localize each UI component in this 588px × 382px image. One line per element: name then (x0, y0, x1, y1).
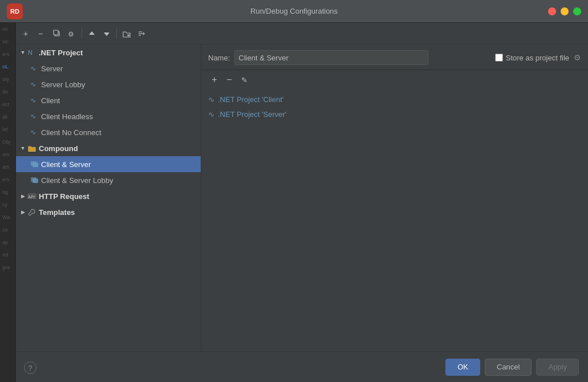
net-project-label: .NET Project (39, 48, 83, 57)
svg-text:API: API (28, 195, 35, 199)
sort-button[interactable] (135, 27, 148, 40)
net-small-icon: ∿ (208, 95, 214, 104)
cancel-button[interactable]: Cancel (485, 359, 532, 376)
client-headless-label: Client Headless (41, 112, 93, 121)
dialog-title: Run/Debug Configurations (250, 7, 338, 15)
tree-item-server[interactable]: ∿ Server (16, 60, 201, 76)
remove-config-button[interactable]: − (35, 27, 49, 40)
dialog-content: + − ⚙ (16, 23, 588, 382)
client-label: Client (41, 96, 60, 105)
svg-text:+: + (23, 30, 28, 38)
apply-button[interactable]: Apply (536, 359, 579, 376)
config-item-label: .NET Project 'Server' (218, 110, 286, 119)
sidebar-strip-item: sic (0, 35, 15, 48)
tree-item-client-server[interactable]: Client & Server (16, 156, 201, 172)
maximize-button[interactable] (573, 7, 581, 15)
window-controls (548, 7, 581, 15)
add-item-button[interactable]: + (208, 74, 221, 86)
client-no-connect-label: Client No Connect (41, 128, 102, 137)
svg-text:N: N (28, 49, 33, 56)
net-small-icon: ∿ (208, 110, 214, 119)
sidebar-strip-item: ap (0, 236, 15, 249)
net-icon: ∿ (30, 96, 39, 105)
svg-text:∿: ∿ (30, 112, 36, 120)
tree-item-client-server-lobby[interactable]: Client & Server Lobby (16, 172, 201, 188)
net-icon: ∿ (30, 112, 39, 121)
config-toolbar: + − ✎ (201, 70, 588, 90)
store-checkbox[interactable] (495, 54, 503, 62)
server-label: Server (41, 64, 63, 73)
sidebar-strip-item: am (0, 161, 15, 173)
toolbar-separator-2 (116, 29, 117, 39)
minimize-button[interactable] (561, 7, 569, 15)
sidebar-strip-item: am (0, 148, 15, 161)
settings-config-button[interactable]: ⚙ (65, 27, 79, 40)
svg-text:∿: ∿ (30, 128, 36, 136)
tree-item-http-request[interactable]: ▶ API HTTP Request (16, 188, 201, 204)
svg-rect-3 (54, 30, 58, 35)
sidebar-strip-item: oty (0, 73, 15, 86)
sidebar-strip-item: do (0, 86, 15, 98)
sidebar-strip-item: rM (0, 249, 15, 261)
sidebar-strip-item: ng (0, 186, 15, 198)
config-list-item[interactable]: ∿ .NET Project 'Server' (201, 107, 588, 121)
chevron-down-icon: ▼ (18, 48, 27, 57)
net-project-icon: N (27, 48, 37, 57)
sidebar-strip-item: ers (0, 48, 15, 60)
tree-item-templates[interactable]: ▶ Templates (16, 204, 201, 220)
copy-config-button[interactable] (50, 27, 64, 40)
svg-text:⚙: ⚙ (68, 30, 74, 38)
compound-item-icon (30, 160, 39, 169)
sidebar-strip-item: vo (0, 23, 15, 35)
server-lobby-label: Server Lobby (41, 80, 85, 89)
tree-item-client-no-connect[interactable]: ∿ Client No Connect (16, 124, 201, 140)
ok-button[interactable]: OK (445, 359, 480, 376)
svg-rect-19 (33, 162, 38, 167)
svg-text:∿: ∿ (30, 80, 36, 88)
add-config-button[interactable]: + (21, 27, 34, 40)
toolbar-separator (82, 29, 82, 39)
name-input[interactable] (234, 50, 428, 65)
chevron-down-icon: ▼ (18, 144, 27, 153)
svg-text:∿: ∿ (30, 64, 36, 72)
remove-item-button[interactable]: − (223, 74, 236, 86)
tree-item-server-lobby[interactable]: ∿ Server Lobby (16, 76, 201, 92)
sidebar-strip-item: ali (0, 111, 15, 123)
store-label: Store as project file (495, 54, 569, 62)
app-icon: RD (7, 3, 23, 19)
help-button[interactable]: ? (24, 361, 37, 374)
chevron-right-icon: ▶ (18, 192, 27, 201)
settings-gear-icon[interactable]: ⚙ (574, 53, 581, 62)
net-icon: ∿ (30, 64, 39, 73)
footer: OK Cancel Apply (16, 351, 588, 382)
move-up-button[interactable] (85, 27, 99, 40)
sidebar-strip-item: let (0, 123, 15, 136)
sidebar-strip-item: gra (0, 261, 15, 274)
folder-icon (27, 144, 37, 153)
chevron-right-icon: ▶ (18, 208, 27, 217)
net-icon: ∿ (30, 80, 39, 89)
tree-item-compound[interactable]: ▼ Compound (16, 140, 201, 156)
sidebar-strip-item: ers (0, 173, 15, 186)
tree-item-net-project[interactable]: ▼ N .NET Project (16, 44, 201, 60)
title-bar: RD Run/Debug Configurations (0, 0, 588, 23)
toolbar: + − ⚙ (16, 23, 588, 44)
tree-item-client[interactable]: ∿ Client (16, 92, 201, 108)
svg-marker-6 (104, 32, 110, 36)
svg-rect-21 (33, 178, 38, 183)
compound-item-icon (30, 176, 39, 185)
main-layout: vo sic ers oL oty do ect ali let Obj am … (0, 23, 588, 382)
config-list-item[interactable]: ∿ .NET Project 'Client' (201, 92, 588, 107)
tree-item-client-headless[interactable]: ∿ Client Headless (16, 108, 201, 124)
left-sidebar: vo sic ers oL oty do ect ali let Obj am … (0, 23, 16, 382)
name-label: Name: (208, 54, 230, 62)
new-folder-button[interactable] (120, 27, 133, 40)
svg-text:−: − (38, 30, 43, 38)
move-down-button[interactable] (100, 27, 113, 40)
config-item-label: .NET Project 'Client' (218, 95, 283, 104)
content-split: ▼ N .NET Project ∿ Server ∿ (16, 44, 588, 351)
svg-marker-5 (89, 31, 95, 35)
sidebar-strip-item: Wa (0, 211, 15, 223)
close-button[interactable] (548, 7, 556, 15)
edit-item-button[interactable]: ✎ (238, 74, 250, 86)
